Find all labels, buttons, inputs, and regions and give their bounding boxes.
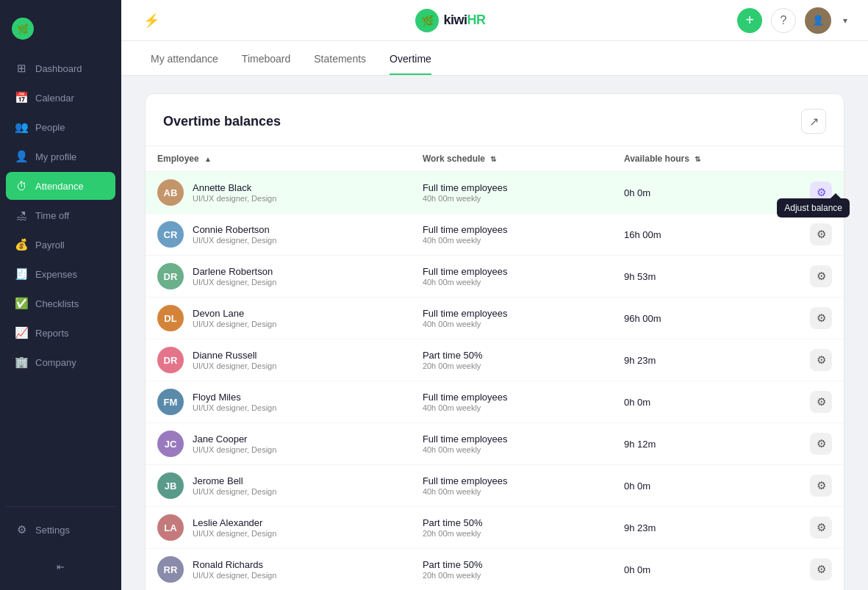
flash-button[interactable]: ⚡: [139, 8, 164, 33]
sidebar-item-my-profile[interactable]: 👤 My profile: [6, 143, 115, 170]
sidebar-item-people[interactable]: 👥 People: [6, 113, 115, 141]
work-schedule-cell-2: Full time employees 40h 00m weekly: [411, 214, 612, 256]
adjust-icon-5: ⚙: [817, 353, 826, 367]
header-app-name: kiwiHR: [443, 12, 485, 28]
export-button[interactable]: ↗: [801, 109, 826, 134]
table-row: DR Dianne Russell UI/UX designer, Design…: [146, 339, 844, 381]
sidebar-icon-company: 🏢: [15, 356, 28, 369]
employee-info-10: Ronald Richards UI/UX designer, Design: [193, 559, 276, 580]
tabs-navigation: My attendanceTimeboardStatementsOvertime: [121, 41, 868, 76]
employee-info-1: Annette Black UI/UX designer, Design: [193, 182, 276, 203]
sidebar-item-time-off[interactable]: 🏖 Time off: [6, 201, 115, 229]
tab-my-attendance[interactable]: My attendance: [151, 41, 218, 75]
sidebar-item-reports[interactable]: 📈 Reports: [6, 319, 115, 347]
work-schedule-name-3: Full time employees: [423, 266, 600, 277]
adjust-balance-button-9[interactable]: ⚙: [810, 517, 832, 539]
col-header-available-hours[interactable]: Available hours ⇅: [612, 146, 798, 172]
work-schedule-name-4: Full time employees: [423, 308, 600, 319]
adjust-balance-button-3[interactable]: ⚙: [810, 265, 832, 287]
adjust-icon-7: ⚙: [817, 437, 826, 450]
work-schedule-cell-8: Full time employees 40h 00m weekly: [411, 465, 612, 507]
employee-info-9: Leslie Alexander UI/UX designer, Design: [193, 517, 276, 538]
work-schedule-detail-10: 20h 00m weekly: [423, 571, 600, 580]
header-actions: + ? 👤 ▾: [737, 7, 850, 34]
adjust-balance-button-2[interactable]: ⚙: [810, 223, 832, 245]
sidebar-item-company[interactable]: 🏢 Company: [6, 348, 115, 376]
employee-role-2: UI/UX designer, Design: [193, 236, 276, 245]
add-icon: +: [745, 12, 754, 29]
employee-avatar-5: DR: [157, 347, 184, 373]
col-header-actions: [798, 146, 844, 172]
sort-icon-work-schedule: ⇅: [490, 155, 496, 163]
hours-cell-5: 9h 23m: [612, 339, 798, 381]
sidebar-icon-payroll: 💰: [15, 238, 28, 251]
employee-avatar-7: JC: [157, 431, 184, 457]
adjust-balance-button-8[interactable]: ⚙: [810, 475, 832, 497]
sidebar-icon-my-profile: 👤: [15, 150, 28, 163]
work-schedule-name-6: Full time employees: [423, 392, 600, 403]
adjust-balance-button-4[interactable]: ⚙: [810, 307, 832, 329]
card-title: Overtime balances: [163, 114, 281, 129]
work-schedule-name-5: Part time 50%: [423, 350, 600, 361]
employee-name-10: Ronald Richards: [193, 559, 276, 570]
action-cell-3: ⚙: [798, 256, 844, 298]
table-header: Employee ▲Work schedule ⇅Available hours…: [146, 146, 844, 172]
add-button[interactable]: +: [737, 8, 762, 33]
adjust-balance-button-5[interactable]: ⚙: [810, 349, 832, 371]
employee-name-4: Devon Lane: [193, 308, 276, 319]
employee-name-8: Jerome Bell: [193, 475, 276, 486]
action-cell-9: ⚙: [798, 507, 844, 549]
col-header-employee[interactable]: Employee ▲: [146, 146, 411, 172]
user-avatar-button[interactable]: 👤: [805, 7, 831, 34]
sidebar-icon-calendar: 📅: [15, 91, 28, 104]
help-button[interactable]: ?: [771, 8, 796, 33]
available-hours-7: 9h 12m: [624, 439, 656, 450]
hours-cell-6: 0h 0m: [612, 381, 798, 423]
employee-cell-7: JC Jane Cooper UI/UX designer, Design: [146, 423, 411, 465]
col-header-work-schedule[interactable]: Work schedule ⇅: [411, 146, 612, 172]
employee-avatar-6: FM: [157, 389, 184, 415]
adjust-balance-tooltip: Adjust balance: [777, 198, 850, 217]
sidebar-item-expenses[interactable]: 🧾 Expenses: [6, 260, 115, 288]
header-logo: 🌿 kiwiHR: [415, 9, 485, 32]
employee-cell-10: RR Ronald Richards UI/UX designer, Desig…: [146, 549, 411, 591]
user-menu-chevron[interactable]: ▾: [840, 12, 850, 29]
adjust-icon-9: ⚙: [817, 521, 826, 534]
hours-cell-8: 0h 0m: [612, 465, 798, 507]
adjust-balance-button-6[interactable]: ⚙: [810, 391, 832, 413]
adjust-icon-4: ⚙: [817, 312, 826, 325]
sidebar-icon-attendance: ⏱: [15, 179, 28, 193]
work-schedule-name-1: Full time employees: [423, 182, 600, 193]
employee-name-1: Annette Black: [193, 182, 276, 193]
employee-cell-3: DR Darlene Robertson UI/UX designer, Des…: [146, 256, 411, 298]
tab-overtime[interactable]: Overtime: [390, 41, 431, 75]
sidebar-item-calendar[interactable]: 📅 Calendar: [6, 84, 115, 112]
employee-avatar-10: RR: [157, 556, 184, 583]
work-schedule-cell-10: Part time 50% 20h 00m weekly: [411, 549, 612, 591]
employee-avatar-4: DL: [157, 305, 184, 331]
work-schedule-name-10: Part time 50%: [423, 559, 600, 570]
sidebar-divider: [6, 506, 115, 507]
sidebar-nav: ⊞ Dashboard 📅 Calendar 👥 People 👤 My pro…: [0, 54, 121, 497]
main-content: ⚡ 🌿 kiwiHR + ? 👤 ▾ My attendanceTimeboa: [121, 0, 868, 590]
sidebar-item-checklists[interactable]: ✅ Checklists: [6, 289, 115, 317]
sidebar-item-dashboard[interactable]: ⊞ Dashboard: [6, 54, 115, 82]
table-body: AB Annette Black UI/UX designer, Design …: [146, 172, 844, 591]
available-hours-3: 9h 53m: [624, 271, 656, 282]
sidebar-label-attendance: Attendance: [35, 181, 84, 192]
hours-cell-1: 0h 0m: [612, 172, 798, 214]
sidebar-item-attendance[interactable]: ⏱ Attendance: [6, 172, 115, 200]
adjust-balance-button-10[interactable]: ⚙: [810, 558, 832, 580]
employee-name-6: Floyd Miles: [193, 392, 276, 403]
tab-timeboard[interactable]: Timeboard: [242, 41, 290, 75]
sidebar-item-settings[interactable]: ⚙ Settings: [6, 516, 115, 544]
available-hours-5: 9h 23m: [624, 355, 656, 366]
table-wrap: Employee ▲Work schedule ⇅Available hours…: [146, 146, 844, 590]
kiwi-logo-icon: 🌿: [415, 9, 439, 32]
sidebar-item-payroll[interactable]: 💰 Payroll: [6, 231, 115, 259]
flash-icon: ⚡: [143, 12, 159, 29]
employee-info-8: Jerome Bell UI/UX designer, Design: [193, 475, 276, 496]
tab-statements[interactable]: Statements: [314, 41, 366, 75]
sidebar-collapse-btn[interactable]: ⇤: [51, 555, 71, 578]
adjust-balance-button-7[interactable]: ⚙: [810, 433, 832, 455]
